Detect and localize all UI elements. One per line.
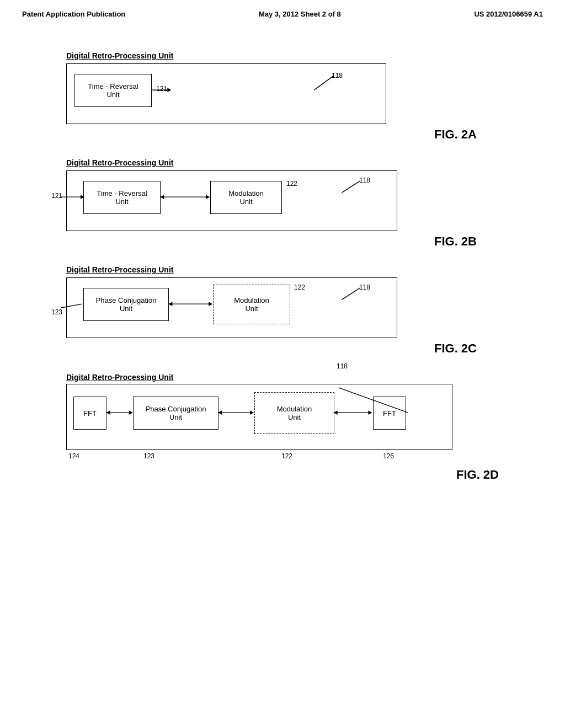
- svg-line-8: [342, 181, 360, 193]
- fig2d-ref124: 124: [68, 452, 79, 460]
- fig2d-ref123: 123: [143, 452, 154, 460]
- svg-marker-16: [106, 410, 110, 415]
- fig2b-label: FIG. 2B: [33, 234, 477, 249]
- fig2d-ref126: 126: [383, 452, 394, 460]
- svg-marker-10: [209, 302, 212, 306]
- fig2c-label: FIG. 2C: [33, 341, 477, 356]
- svg-marker-7: [81, 195, 84, 199]
- fig2d-ref118-above: 118: [337, 362, 348, 370]
- svg-marker-21: [368, 410, 372, 415]
- fig2a-label: FIG. 2A: [33, 127, 477, 142]
- svg-marker-4: [206, 195, 210, 199]
- fig2a-title: Digital Retro-Processing Unit: [66, 51, 532, 60]
- fig2c-title: Digital Retro-Processing Unit: [66, 265, 532, 274]
- fig2d-section: 118 Digital Retro-Processing Unit FFT Ph…: [33, 372, 532, 482]
- fig2c-arrows: [67, 278, 397, 338]
- svg-marker-5: [160, 195, 164, 199]
- fig2a-arrows: [67, 64, 386, 124]
- svg-marker-18: [250, 410, 254, 415]
- fig2c-section: Digital Retro-Processing Unit 123 Phase …: [33, 265, 532, 356]
- svg-line-13: [342, 288, 360, 300]
- fig2d-title: Digital Retro-Processing Unit: [66, 373, 173, 382]
- svg-line-23: [339, 388, 408, 413]
- header-patent-number: US 2012/0106659 A1: [474, 10, 543, 18]
- fig2a-section: Digital Retro-Processing Unit Time - Rev…: [33, 51, 532, 142]
- page-content: Digital Retro-Processing Unit Time - Rev…: [0, 18, 565, 510]
- fig2b-outer-box: 121 Time - Reversal Unit Modulation Unit…: [66, 170, 397, 231]
- svg-marker-19: [218, 410, 222, 415]
- fig2d-outer-box: FFT Phase Conjugation Unit Modulation Un…: [66, 384, 452, 450]
- fig2d-label: FIG. 2D: [33, 468, 499, 482]
- svg-marker-22: [334, 410, 338, 415]
- fig2b-arrows: [67, 171, 397, 231]
- fig2d-ref122: 122: [281, 452, 292, 460]
- fig2b-section: Digital Retro-Processing Unit 121 Time -…: [33, 158, 532, 249]
- svg-marker-1: [167, 88, 171, 92]
- fig2c-outer-box: 123 Phase Conjugation Unit Modulation Un…: [66, 277, 397, 338]
- page-header: Patent Application Publication May 3, 20…: [0, 0, 565, 18]
- fig2c-ref123: 123: [51, 308, 62, 316]
- fig2b-title: Digital Retro-Processing Unit: [66, 158, 532, 167]
- fig2a-outer-box: Time - Reversal Unit 121 118: [66, 63, 386, 124]
- svg-marker-11: [168, 302, 172, 306]
- fig2d-refs-row: 124 123 122 126: [66, 451, 452, 464]
- header-publication: Patent Application Publication: [22, 10, 125, 18]
- svg-line-12: [61, 304, 82, 308]
- header-date-sheet: May 3, 2012 Sheet 2 of 8: [259, 10, 341, 18]
- svg-line-2: [314, 76, 333, 90]
- svg-marker-15: [129, 410, 133, 415]
- fig2b-ref121: 121: [51, 192, 62, 200]
- fig2d-arrows: [67, 384, 452, 449]
